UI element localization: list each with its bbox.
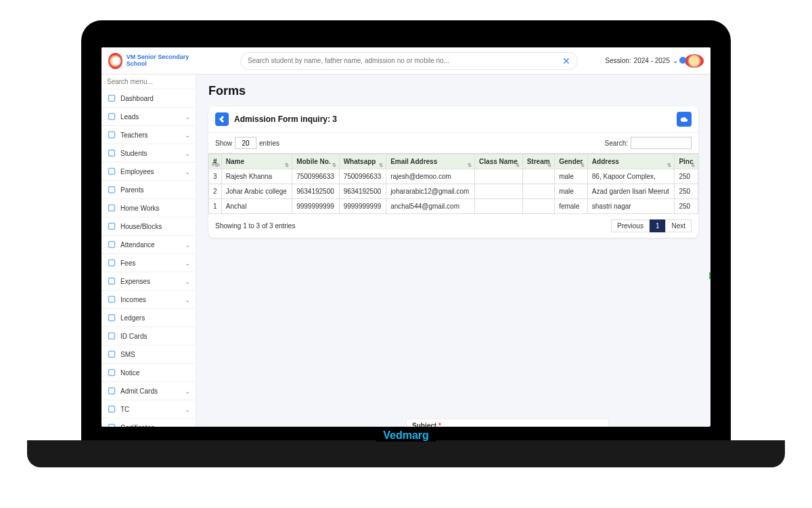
sidebar-item-ledgers[interactable]: Ledgers (102, 309, 196, 327)
menu-icon (107, 331, 116, 341)
sidebar-item-fees[interactable]: Fees⌄ (102, 254, 196, 272)
sidebar-item-label: Admit Cards (120, 387, 185, 395)
column-header[interactable]: Name⇅ (221, 154, 292, 169)
cell-address: shastri nagar (587, 199, 675, 214)
column-header[interactable]: Stream⇅ (522, 154, 555, 169)
svg-rect-5 (109, 187, 115, 193)
page-1-button[interactable]: 1 (650, 219, 666, 232)
sidebar-item-attendance[interactable]: Attendance⌄ (102, 236, 196, 254)
svg-rect-9 (109, 260, 115, 266)
menu-icon (107, 221, 116, 231)
sidebar-item-tc[interactable]: TC⌄ (102, 400, 196, 419)
column-header[interactable]: Pinc⇅ (675, 154, 698, 169)
column-header[interactable]: Address⇅ (587, 154, 675, 169)
sidebar-item-employees[interactable]: Employees⌄ (102, 163, 196, 181)
menu-icon (107, 148, 116, 158)
svg-rect-1 (109, 114, 115, 120)
chevron-down-icon: ⌄ (185, 113, 190, 121)
prev-button[interactable]: Previous (611, 219, 650, 232)
cell-mobile: 9634192500 (292, 184, 339, 199)
cell-mobile: 7500996633 (292, 169, 339, 184)
sort-icon: ⇅ (332, 164, 336, 167)
sort-icon: ⇅ (468, 164, 472, 167)
chevron-down-icon: ⌄ (185, 131, 190, 139)
clear-search-icon[interactable]: ✕ (562, 56, 570, 66)
svg-rect-18 (109, 425, 115, 427)
column-header[interactable]: Mobile No.⇅ (292, 154, 339, 169)
sidebar-item-teachers[interactable]: Teachers⌄ (102, 126, 196, 144)
sidebar-item-incomes[interactable]: Incomes⌄ (102, 291, 196, 309)
sidebar-item-label: Notice (120, 369, 190, 377)
table-row[interactable]: 3Rajesh Khanna75009966337500996633rajesh… (209, 169, 698, 184)
chevron-down-icon: ⌄ (673, 57, 678, 64)
menu-icon (107, 276, 116, 286)
column-header[interactable]: Gender⇅ (555, 154, 588, 169)
sidebar: DashboardLeads⌄Teachers⌄Students⌄Employe… (102, 75, 196, 427)
download-button[interactable] (677, 112, 692, 127)
svg-rect-16 (109, 388, 115, 394)
menu-icon (107, 185, 116, 194)
global-search[interactable]: ✕ (240, 52, 578, 70)
menu-icon (107, 295, 116, 304)
svg-rect-10 (109, 278, 115, 284)
cell-num: 3 (209, 169, 222, 184)
chevron-down-icon: ⌄ (185, 150, 190, 157)
cell-name: Johar Arabic college (221, 184, 292, 199)
session-selector[interactable]: Session: 2024 - 2025 ⌄ (605, 57, 678, 64)
cell-gender: male (555, 169, 588, 184)
inquiry-table: #0-¾⇅Name⇅Mobile No.⇅Whatsapp⇅Email Addr… (208, 154, 698, 214)
cell-whatsapp: 9634192500 (339, 184, 386, 199)
sidebar-item-label: Students (120, 150, 185, 157)
sort-icon: ⇅ (285, 164, 289, 167)
entries-select[interactable] (235, 137, 256, 149)
svg-rect-14 (109, 352, 115, 358)
sidebar-item-expenses[interactable]: Expenses⌄ (102, 272, 196, 291)
sidebar-item-students[interactable]: Students⌄ (102, 144, 196, 163)
menu-icon (107, 423, 116, 427)
svg-rect-0 (109, 96, 115, 102)
column-header[interactable]: Email Address⇅ (386, 154, 475, 169)
column-header[interactable]: Class Name⇅ (475, 154, 523, 169)
sort-icon: ⇅ (215, 164, 219, 167)
chevron-down-icon: ⌄ (185, 168, 190, 175)
cell-email: rajesh@demoo.com (386, 169, 475, 184)
table-row[interactable]: 1Anchal99999999999999999999anchal544@gma… (209, 199, 698, 214)
cell-stream (522, 169, 555, 184)
menu-icon (107, 404, 116, 414)
cell-name: Anchal (221, 199, 292, 214)
table-row[interactable]: 2Johar Arabic college9634192500963419250… (209, 184, 698, 199)
sort-icon: ⇅ (691, 164, 695, 167)
global-search-input[interactable] (248, 57, 562, 64)
user-avatar[interactable] (685, 54, 704, 68)
sidebar-item-admit-cards[interactable]: Admit Cards⌄ (102, 382, 196, 400)
sidebar-item-dashboard[interactable]: Dashboard (102, 89, 196, 108)
column-header[interactable]: #0-¾⇅ (209, 154, 222, 169)
cell-email: johararabic12@gmail.com (386, 184, 475, 199)
next-button[interactable]: Next (665, 219, 692, 232)
sidebar-item-house-blocks[interactable]: House/Blocks (102, 217, 196, 236)
sidebar-item-id-cards[interactable]: ID Cards (102, 327, 196, 345)
chevron-down-icon: ⌄ (185, 387, 190, 395)
table-search-input[interactable] (631, 137, 692, 149)
sidebar-item-parents[interactable]: Parents (102, 181, 196, 199)
session-value: 2024 - 2025 (634, 57, 670, 64)
svg-rect-12 (109, 315, 115, 321)
entries-label: entries (259, 140, 279, 147)
sidebar-search-input[interactable] (102, 75, 196, 89)
session-label: Session: (605, 57, 631, 64)
laptop-base (27, 440, 785, 467)
menu-icon (107, 93, 116, 103)
sort-icon: ⇅ (516, 164, 520, 167)
sidebar-item-sms[interactable]: SMS (102, 345, 196, 364)
sidebar-item-label: House/Blocks (120, 223, 190, 230)
sidebar-item-leads[interactable]: Leads⌄ (102, 108, 196, 126)
sidebar-item-notice[interactable]: Notice (102, 364, 196, 382)
chevron-down-icon: ⌄ (185, 406, 190, 413)
sidebar-item-home-works[interactable]: Home Works (102, 199, 196, 217)
school-logo-icon (108, 53, 122, 69)
sidebar-item-certificates[interactable]: Certificates⌄ (102, 419, 196, 427)
menu-icon (107, 130, 116, 140)
back-button[interactable] (215, 112, 229, 126)
sidebar-item-label: Expenses (120, 278, 185, 285)
column-header[interactable]: Whatsapp⇅ (339, 154, 386, 169)
